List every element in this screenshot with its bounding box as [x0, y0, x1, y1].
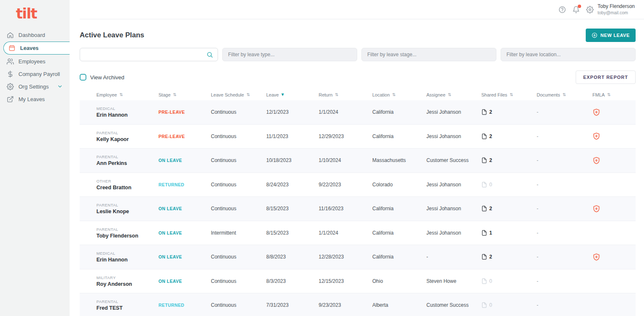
app-logo[interactable]: tilt	[0, 0, 70, 29]
filter-leave-stage-input[interactable]	[361, 48, 496, 61]
export-report-button[interactable]: EXPORT REPORT	[576, 71, 636, 84]
sidebar-item-label: Company Payroll	[18, 71, 60, 77]
employee-name: Kelly Kapoor	[96, 136, 158, 142]
cell-assignee: -	[426, 254, 481, 260]
sidebar-item-org-settings[interactable]: Org Settings	[0, 80, 70, 93]
help-icon[interactable]	[558, 6, 566, 13]
table-row[interactable]: MEDICALErin HannonPRE-LEAVEContinuous12/…	[80, 100, 636, 125]
leave-type-label: MEDICAL	[96, 251, 158, 256]
column-header-shared-files[interactable]: Shared Files⇅	[481, 92, 537, 97]
table-row[interactable]: PARENTALToby FlendersonON LEAVEIntermitt…	[80, 221, 636, 245]
filter-leave-location-input[interactable]	[501, 48, 636, 61]
column-header-employee[interactable]: Employee⇅	[80, 92, 158, 97]
cell-shared-files[interactable]: 1	[481, 230, 537, 236]
cell-fmla	[592, 132, 636, 140]
column-header-assignee[interactable]: Assignee⇅	[426, 92, 481, 97]
cell-return-date: 1/10/2024	[319, 157, 372, 163]
cell-shared-files[interactable]: 2	[481, 109, 537, 115]
leave-type-label: PARENTAL	[96, 299, 158, 304]
cell-documents: -	[537, 302, 592, 308]
cell-leave-schedule: Continuous	[211, 302, 266, 308]
sidebar-item-my-leaves[interactable]: My Leaves	[0, 93, 70, 105]
cell-shared-files[interactable]: 0	[481, 302, 537, 308]
cell-leave-date: 8/15/2023	[266, 206, 319, 212]
sidebar-item-leaves[interactable]: Leaves	[3, 42, 70, 55]
sidebar-item-dashboard[interactable]: Dashboard	[0, 29, 70, 41]
new-leave-button[interactable]: NEW LEAVE	[586, 29, 636, 42]
cell-shared-files[interactable]: 2	[481, 133, 537, 139]
cell-fmla	[592, 108, 636, 116]
table-body: MEDICALErin HannonPRE-LEAVEContinuous12/…	[80, 100, 636, 316]
column-label: FMLA	[592, 92, 605, 97]
cell-shared-files[interactable]: 2	[481, 157, 537, 163]
column-label: Leave Schedule	[211, 92, 244, 97]
cell-location: Ohio	[372, 278, 426, 284]
cell-return-date: 12/28/2023	[319, 254, 372, 260]
cell-leave-schedule: Continuous	[211, 109, 266, 115]
column-header-location[interactable]: Location⇅	[372, 92, 426, 97]
search-icon[interactable]	[207, 52, 213, 58]
cell-leave-date: 11/1/2023	[266, 133, 319, 139]
cell-employee: PARENTALKelly Kapoor	[80, 131, 158, 142]
table-row[interactable]: PARENTALKelly KapoorPRE-LEAVEContinuous1…	[80, 125, 636, 149]
fmla-shield-icon	[592, 157, 636, 165]
sort-icon: ⇅	[119, 92, 123, 97]
cell-stage: PRE-LEAVE	[158, 133, 211, 139]
cell-shared-files[interactable]: 0	[481, 182, 537, 188]
sidebar-item-label: My Leaves	[18, 96, 45, 102]
view-archived-checkbox[interactable]	[80, 74, 86, 81]
table-row[interactable]: PARENTALFred TESTRETURNEDContinuous7/31/…	[80, 293, 636, 316]
column-header-documents[interactable]: Documents⇅	[537, 92, 592, 97]
table-row[interactable]: PARENTALLeslie KnopeON LEAVEContinuous8/…	[80, 197, 636, 221]
employee-name: Fred TEST	[96, 305, 158, 311]
stage-badge: ON LEAVE	[158, 279, 182, 284]
stage-badge: ON LEAVE	[158, 158, 182, 163]
sidebar-item-employees[interactable]: Employees	[0, 55, 70, 68]
column-header-leave[interactable]: Leave▼	[266, 92, 319, 97]
filter-leave-type-input[interactable]	[222, 48, 357, 61]
file-icon	[481, 278, 487, 284]
user-menu[interactable]: Toby Flenderson toby@mail.com	[586, 3, 635, 15]
new-leave-label: NEW LEAVE	[600, 33, 630, 38]
employee-name: Erin Hannon	[96, 112, 158, 118]
cell-leave-date: 10/18/2023	[266, 157, 319, 163]
sidebar-item-company-payroll[interactable]: Company Payroll	[0, 68, 70, 80]
shared-files-count: 0	[489, 182, 492, 188]
table-row[interactable]: OTHERCreed BrattonRETURNEDContinuous8/24…	[80, 173, 636, 197]
cell-shared-files[interactable]: 2	[481, 254, 537, 260]
column-label: Assignee	[426, 92, 445, 97]
search-input[interactable]	[85, 51, 207, 58]
column-header-stage[interactable]: Stage⇅	[158, 92, 211, 97]
leave-type-label: PARENTAL	[96, 203, 158, 207]
table-row[interactable]: MILITARYRoy AndersonON LEAVEContinuous8/…	[80, 269, 636, 294]
cell-shared-files[interactable]: 2	[481, 206, 537, 212]
file-icon	[481, 182, 487, 188]
table-row[interactable]: MEDICALErin HannonON LEAVEContinuous8/8/…	[80, 245, 636, 269]
column-header-return[interactable]: Return⇅	[319, 92, 372, 97]
bell-icon[interactable]	[572, 6, 580, 13]
cell-leave-schedule: Continuous	[211, 182, 266, 188]
column-label: Leave	[266, 92, 279, 97]
cell-assignee: Customer Success	[426, 302, 481, 308]
column-header-fmla[interactable]: FMLA⇅	[592, 92, 636, 97]
column-header-leave-schedule[interactable]: Leave Schedule⇅	[211, 92, 266, 97]
main-area: Toby Flenderson toby@mail.com Active Lea…	[70, 0, 644, 316]
cell-shared-files[interactable]: 0	[481, 278, 537, 284]
stage-badge: ON LEAVE	[158, 230, 182, 235]
cell-leave-schedule: Continuous	[211, 278, 266, 284]
file-icon	[481, 254, 487, 260]
cell-leave-schedule: Intermittent	[211, 230, 266, 236]
column-label: Documents	[537, 92, 560, 97]
employee-name: Erin Hannon	[96, 257, 158, 263]
gear-icon	[586, 6, 594, 13]
cell-stage: ON LEAVE	[158, 157, 211, 163]
stage-badge: RETURNED	[158, 182, 184, 187]
topbar-divider	[80, 19, 644, 19]
dollar-icon	[7, 71, 14, 78]
cell-employee: PARENTALToby Flenderson	[80, 227, 158, 239]
calendar-icon	[8, 44, 16, 52]
file-icon	[481, 206, 487, 212]
table-row[interactable]: PARENTALAnn PerkinsON LEAVEContinuous10/…	[80, 149, 636, 173]
sidebar-item-label: Dashboard	[18, 32, 45, 38]
sort-icon: ⇅	[607, 92, 610, 97]
